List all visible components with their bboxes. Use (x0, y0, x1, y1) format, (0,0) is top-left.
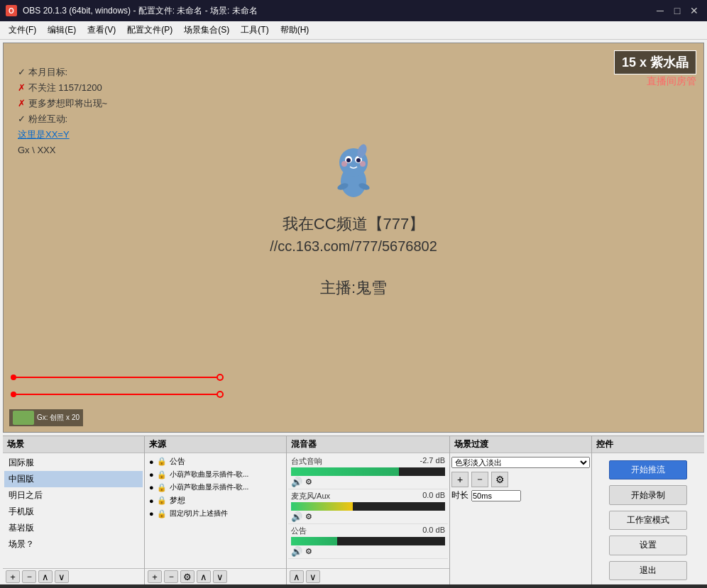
close-button[interactable]: ✕ (687, 4, 701, 17)
gear-icon-desktop[interactable]: ⚙ (305, 477, 312, 487)
lock-icon-3[interactable]: 🔒 (157, 483, 167, 492)
source-settings-button[interactable]: ⚙ (180, 570, 194, 583)
scene-panel-toolbar: + － ∧ ∨ (3, 568, 144, 584)
mixer-up-button[interactable]: ∧ (290, 570, 304, 583)
transition-gear-button[interactable]: ⚙ (491, 472, 508, 487)
lock-icon-1[interactable]: 🔒 (157, 457, 167, 466)
mixer-name-announcement: 公告 (291, 526, 307, 536)
scene-down-button[interactable]: ∨ (55, 570, 69, 583)
preview-badge: 15 x 紫水晶 (614, 50, 696, 74)
eye-icon-4[interactable]: ● (149, 497, 154, 505)
scene-panel-header: 场景 (3, 436, 144, 453)
menu-file[interactable]: 文件(F) (3, 22, 42, 38)
svg-point-7 (360, 161, 366, 167)
settings-button[interactable]: 设置 (609, 536, 687, 555)
eye-icon-3[interactable]: ● (149, 483, 154, 492)
scene-item-international[interactable]: 国际服 (4, 455, 143, 471)
mixer-down-button[interactable]: ∨ (306, 570, 320, 583)
scene-item-mobile[interactable]: 手机版 (4, 504, 143, 520)
gear-icon-announcement[interactable]: ⚙ (305, 547, 312, 556)
scene-item-q[interactable]: 场景？ (4, 536, 143, 553)
menu-view[interactable]: 查看(V) (82, 22, 121, 38)
svg-point-4 (346, 158, 351, 162)
eye-icon-5[interactable]: ● (149, 509, 154, 518)
transition-remove-button[interactable]: － (471, 472, 488, 487)
duration-input[interactable] (471, 490, 521, 501)
left-line-3: ✗ 更多梦想即将出现~ (18, 96, 107, 111)
preview-subtitle: 直播间房管 (647, 75, 696, 88)
scene-panel: 场景 国际服 中国版 明日之后 手机版 基岩版 场景？ + － ∧ ∨ (3, 436, 145, 584)
thumb-image (13, 411, 34, 425)
selection-line-1 (11, 373, 224, 382)
scene-add-button[interactable]: + (6, 570, 20, 583)
scene-remove-button[interactable]: － (22, 570, 36, 583)
mixer-panel-toolbar: ∧ ∨ (287, 568, 449, 584)
lock-icon-4[interactable]: 🔒 (157, 496, 167, 505)
mixer-bar-desktop (291, 467, 445, 476)
scene-item-dawn[interactable]: 明日之后 (4, 487, 143, 504)
mixer-fill-mic (291, 502, 353, 511)
lock-icon-5[interactable]: 🔒 (157, 509, 167, 518)
volume-icon-announcement[interactable]: 🔊 (291, 546, 302, 557)
source-up-button[interactable]: ∧ (197, 570, 211, 583)
mixer-controls-desktop: 🔊 ⚙ (291, 477, 445, 487)
gear-icon-mic[interactable]: ⚙ (305, 512, 312, 521)
preview-thumbnail: Gx: 创照 x 20 (9, 409, 83, 426)
thumb-label: Gx: 创照 x 20 (37, 413, 80, 423)
selection-line-2 (11, 390, 224, 399)
mixer-name-mic: 麦克风/Aux (291, 491, 330, 501)
mixer-fill-announcement (291, 537, 337, 545)
mixer-db-desktop: -2.7 dB (420, 456, 445, 467)
lock-icon-2[interactable]: 🔒 (157, 470, 167, 479)
source-label-1: 公告 (170, 456, 185, 467)
scene-panel-content: 国际服 中国版 明日之后 手机版 基岩版 场景？ (3, 453, 144, 568)
mixer-item-announcement-audio: 公告 0.0 dB 🔊 ⚙ (288, 524, 448, 559)
mixer-bar-mic (291, 502, 445, 511)
source-label-2: 小葫芦歌曲显示插件-歌... (170, 470, 249, 479)
menu-scenes[interactable]: 场景集合(S) (178, 22, 235, 38)
source-down-button[interactable]: ∨ (213, 570, 227, 583)
menu-help[interactable]: 帮助(H) (275, 22, 315, 38)
center-text-3: 主播:鬼雪 (4, 277, 703, 299)
center-text-2: //cc.163.com/777/5676802 (4, 238, 703, 255)
source-add-button[interactable]: + (148, 570, 162, 583)
preview-left-text: ✓ 本月目标: ✗ 不关注 1157/1200 ✗ 更多梦想即将出现~ ✓ 粉丝… (18, 65, 107, 159)
source-item-announcement[interactable]: ● 🔒 公告 (146, 455, 285, 468)
scene-item-bedrock[interactable]: 基岩版 (4, 520, 143, 536)
maximize-button[interactable]: □ (670, 4, 684, 17)
bottom-panels: 场景 国际服 中国版 明日之后 手机版 基岩版 场景？ + － ∧ ∨ 来源 ●… (3, 436, 704, 584)
menu-tools[interactable]: 工具(T) (235, 22, 274, 38)
transition-select[interactable]: 色彩淡入淡出 (451, 457, 590, 468)
mixer-db-mic: 0.0 dB (422, 491, 445, 501)
source-item-dream[interactable]: ● 🔒 梦想 (146, 494, 285, 507)
source-panel: 来源 ● 🔒 公告 ● 🔒 小葫芦歌曲显示插件-歌... ● 🔒 小葫芦歌曲显示… (145, 436, 287, 584)
mixer-bar-announcement (291, 537, 445, 545)
window-controls: ─ □ ✕ (653, 4, 701, 17)
titlebar: O OBS 20.1.3 (64bit, windows) - 配置文件: 未命… (0, 0, 707, 21)
scene-up-button[interactable]: ∧ (38, 570, 53, 583)
mixer-name-desktop: 台式音响 (291, 456, 322, 467)
eye-icon-1[interactable]: ● (149, 457, 154, 466)
volume-icon-mic[interactable]: 🔊 (291, 511, 302, 522)
transition-add-button[interactable]: + (451, 472, 468, 487)
source-item-fixedplugin[interactable]: ● 🔒 固定/切片上述插件 (146, 507, 285, 520)
left-line-1: ✓ 本月目标: (18, 65, 107, 80)
source-item-plugin2[interactable]: ● 🔒 小葫芦歌曲显示插件-歌... (146, 481, 285, 494)
eye-icon-2[interactable]: ● (149, 470, 154, 479)
start-record-button[interactable]: 开始录制 (609, 485, 687, 504)
volume-icon-desktop[interactable]: 🔊 (291, 477, 302, 487)
center-text-1: 我在CC频道【777】 (4, 213, 703, 235)
left-line-5: 这里是XX=Y (18, 127, 107, 143)
quit-button[interactable]: 退出 (609, 561, 687, 580)
scene-item-china[interactable]: 中国版 (4, 471, 143, 487)
minimize-button[interactable]: ─ (653, 4, 667, 17)
studio-mode-button[interactable]: 工作室模式 (609, 511, 687, 530)
source-item-plugin1[interactable]: ● 🔒 小葫芦歌曲显示插件-歌... (146, 468, 285, 481)
menu-profile[interactable]: 配置文件(P) (121, 22, 178, 38)
left-line-6: Gx \ XXX (18, 143, 107, 158)
mixer-panel-content: 台式音响 -2.7 dB 🔊 ⚙ 麦克风/Aux 0.0 dB (287, 453, 449, 568)
source-remove-button[interactable]: － (164, 570, 178, 583)
menu-edit[interactable]: 编辑(E) (42, 22, 82, 38)
start-stream-button[interactable]: 开始推流 (609, 460, 687, 479)
duration-label: 时长 (451, 489, 468, 501)
